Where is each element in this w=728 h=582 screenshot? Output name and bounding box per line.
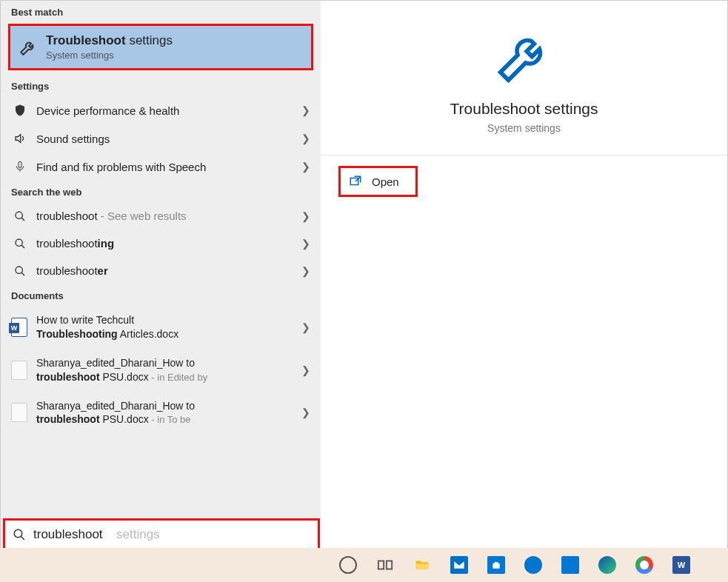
open-action[interactable]: Open	[338, 166, 418, 197]
chevron-right-icon: ❯	[301, 161, 310, 173]
settings-item-sound[interactable]: Sound settings ❯	[1, 124, 321, 153]
taskbar-chrome[interactable]	[628, 550, 661, 580]
svg-point-1	[16, 212, 22, 218]
settings-item-device-health[interactable]: Device performance & health ❯	[1, 96, 321, 124]
svg-point-2	[16, 239, 22, 246]
chevron-right-icon: ❯	[301, 210, 310, 222]
document-result-1[interactable]: How to write Techcult Troubleshooting Ar…	[1, 306, 321, 349]
document-result-3[interactable]: Sharanya_edited_Dharani_How to troublesh…	[1, 392, 321, 435]
divider	[321, 155, 727, 155]
settings-header: Settings	[1, 75, 321, 96]
svg-rect-6	[378, 561, 384, 569]
taskbar-edge[interactable]	[591, 550, 624, 580]
documents-header: Documents	[1, 284, 321, 306]
open-icon	[348, 174, 363, 189]
word-doc-icon	[11, 318, 27, 337]
taskbar-word[interactable]: W	[665, 550, 698, 580]
dell-icon	[524, 555, 543, 575]
chevron-right-icon: ❯	[301, 407, 310, 418]
search-web-header: Search the web	[1, 181, 321, 202]
taskbar-dell[interactable]	[517, 550, 550, 580]
search-box[interactable]: settings	[3, 518, 320, 551]
store-icon	[487, 555, 506, 575]
web-result-troubleshooting[interactable]: troubleshooting ❯	[1, 230, 321, 257]
svg-rect-0	[19, 161, 21, 167]
taskbar-connect[interactable]	[554, 550, 587, 580]
document-result-2[interactable]: Sharanya_edited_Dharani_How to troublesh…	[1, 349, 321, 392]
settings-item-speech[interactable]: Find and fix problems with Speech ❯	[1, 153, 321, 181]
search-icon	[11, 265, 29, 277]
taskbar-file-explorer[interactable]	[406, 550, 438, 580]
search-icon	[11, 210, 29, 222]
wrench-icon	[18, 37, 39, 58]
preview-subtitle: System settings	[487, 122, 561, 134]
best-match-result[interactable]: Troubleshoot settings System settings	[8, 24, 313, 70]
doc-icon	[11, 361, 27, 380]
taskbar: W	[0, 548, 728, 582]
shield-icon	[11, 104, 29, 117]
best-match-header: Best match	[1, 1, 321, 22]
preview-title: Troubleshoot settings	[450, 100, 598, 118]
connect-icon	[561, 555, 580, 575]
chevron-right-icon: ❯	[301, 364, 310, 376]
search-icon	[13, 528, 26, 541]
taskbar-store[interactable]	[480, 550, 512, 580]
microphone-icon	[11, 160, 29, 173]
mail-icon	[450, 555, 469, 575]
start-search-panel: Best match Troubleshoot settings System …	[0, 0, 728, 548]
open-label: Open	[372, 175, 399, 188]
taskbar-task-view[interactable]	[369, 550, 401, 580]
chrome-icon	[635, 555, 654, 575]
web-result-troubleshoot[interactable]: troubleshoot - See web results ❯	[1, 202, 321, 230]
web-result-troubleshooter[interactable]: troubleshooter ❯	[1, 257, 321, 284]
word-icon: W	[672, 555, 691, 575]
cortana-icon	[338, 555, 358, 575]
chevron-right-icon: ❯	[301, 238, 310, 250]
preview-column: Troubleshoot settings System settings Op…	[321, 1, 727, 548]
speaker-icon	[11, 132, 29, 145]
folder-icon	[413, 555, 432, 575]
results-column: Best match Troubleshoot settings System …	[1, 1, 321, 548]
wrench-hero-icon	[491, 23, 558, 90]
doc-icon	[11, 403, 27, 422]
best-match-text: Troubleshoot settings System settings	[46, 33, 173, 61]
search-icon	[11, 238, 29, 250]
task-view-icon	[375, 555, 395, 575]
taskbar-cortana[interactable]	[332, 550, 364, 580]
chevron-right-icon: ❯	[301, 265, 310, 277]
chevron-right-icon: ❯	[301, 133, 310, 144]
search-input[interactable]	[33, 527, 310, 542]
svg-point-5	[14, 529, 22, 538]
edge-icon	[598, 555, 617, 575]
taskbar-mail[interactable]	[443, 550, 475, 580]
svg-point-3	[16, 267, 22, 273]
chevron-right-icon: ❯	[301, 104, 310, 116]
chevron-right-icon: ❯	[301, 321, 310, 333]
svg-rect-7	[387, 561, 392, 569]
